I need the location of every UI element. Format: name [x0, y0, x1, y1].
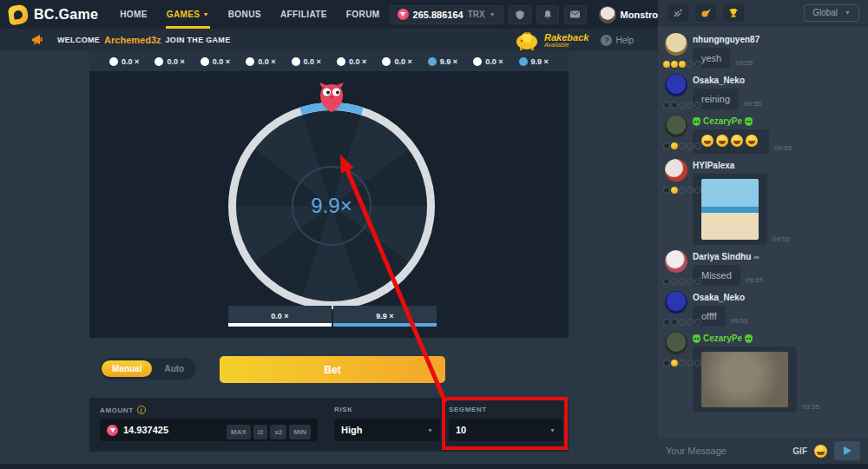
- emoji-picker-button[interactable]: [814, 445, 827, 458]
- chat-fire-button[interactable]: [694, 3, 717, 23]
- chat-username-text: HYIPalexa: [693, 161, 734, 170]
- message-timestamp: 09:55: [802, 403, 819, 413]
- chat-rain-button[interactable]: [667, 3, 689, 23]
- laughing-emoji-icon: [701, 135, 713, 147]
- chat-username-text: Osaka_Neko: [693, 293, 745, 302]
- bc-game-logo[interactable]: BC.Game: [0, 5, 110, 24]
- chevron-down-icon: ▼: [845, 10, 851, 16]
- dim-badge-icon: [687, 142, 694, 149]
- nav-link-bonus[interactable]: BONUS: [219, 0, 271, 29]
- bet-button[interactable]: Bet: [220, 356, 445, 383]
- chat-message: Osaka_Nekooffff09:55: [663, 291, 861, 327]
- dim-badge-icon: [679, 278, 686, 285]
- wheel-center-multiplier: 9.9×: [292, 166, 372, 246]
- chat-message-left: [663, 115, 693, 154]
- x2-button[interactable]: x2: [270, 425, 286, 439]
- balance-currency: TRX: [468, 10, 485, 19]
- vault-button[interactable]: [509, 5, 531, 24]
- user-badges: [663, 360, 715, 367]
- dark-badge-icon: [663, 278, 670, 285]
- segment-label: SEGMENT: [449, 406, 487, 413]
- owl-mascot-icon: [316, 83, 347, 112]
- legend-label: 0.0 ×: [271, 312, 288, 320]
- chat-username-text: nhungnguyen87: [693, 35, 760, 44]
- mail-icon: [569, 10, 581, 19]
- chat-message-body: nhungnguyen87yesh09:55: [693, 33, 861, 69]
- chat-message-body: CezaryPe09:55: [693, 115, 861, 154]
- user-badges: [663, 102, 715, 109]
- result-multiplier: 0.0 ×: [213, 57, 230, 66]
- trx-coin-icon: [107, 425, 118, 436]
- dim-badge-icon: [694, 360, 701, 367]
- dark-badge-icon: [663, 187, 670, 194]
- chat-message-input[interactable]: Your Message: [666, 446, 786, 456]
- rakeback-label: Rakeback: [544, 33, 589, 42]
- dark-badge-icon: [663, 102, 670, 109]
- messages-button[interactable]: [564, 5, 587, 24]
- history-chip: 9.9 ×: [519, 57, 549, 66]
- result-dot: [473, 57, 482, 66]
- laughing-emoji-icon: [746, 135, 758, 147]
- amount-quick-buttons: MAX/2x2MIN: [224, 422, 311, 438]
- dim-badge-icon: [694, 61, 701, 68]
- chat-message-row: offff09:55: [693, 306, 861, 327]
- result-dot: [155, 57, 163, 66]
- half2-button[interactable]: /2: [253, 425, 268, 439]
- footer-strip: [0, 464, 868, 469]
- dim-badge-icon: [694, 102, 701, 109]
- result-dot: [246, 57, 254, 66]
- auto-mode-button[interactable]: Auto: [154, 360, 194, 377]
- wheel: 9.9×: [228, 102, 435, 309]
- history-chip: 0.0 ×: [473, 57, 503, 66]
- chat-message-row: 09:55: [693, 174, 861, 245]
- manual-mode-button[interactable]: Manual: [102, 360, 152, 377]
- nav-link-games[interactable]: GAMES▼: [157, 0, 219, 29]
- result-multiplier: 0.0 ×: [122, 57, 139, 66]
- piggy-bank-icon: [515, 30, 541, 50]
- nav-link-forum[interactable]: FORUM: [337, 0, 390, 29]
- alien-icon: [745, 117, 753, 126]
- chat-message-left: [663, 33, 693, 69]
- nav-link-home[interactable]: HOME: [110, 0, 157, 29]
- rakeback-promo[interactable]: Rakeback Available: [515, 30, 589, 50]
- dim-badge-icon: [694, 187, 701, 194]
- legend-item: 9.9 ×: [333, 306, 437, 327]
- dim-badge-icon: [671, 278, 678, 285]
- rakeback-sublabel: Available: [544, 42, 589, 48]
- history-chip: 0.0 ×: [155, 57, 184, 66]
- legend-label: 9.9 ×: [376, 312, 393, 320]
- result-multiplier: 9.9 ×: [531, 57, 549, 66]
- chat-room-select[interactable]: Global ▼: [804, 4, 859, 22]
- dim-badge-icon: [687, 319, 694, 326]
- avatar: [665, 291, 687, 314]
- user-badges: [663, 187, 715, 194]
- min-button[interactable]: MIN: [289, 425, 311, 439]
- risk-select[interactable]: High ▼: [334, 419, 440, 441]
- welcome-banner[interactable]: WELCOME Archemed3z JOIN THE GAME Rakebac…: [0, 29, 658, 51]
- max-button[interactable]: MAX: [227, 425, 251, 439]
- chat-sidebar: nhungnguyen87yesh09:55Osaka_Nekoreining0…: [658, 0, 868, 469]
- alien-icon: [745, 334, 753, 343]
- balance-selector[interactable]: 265.886164 TRX ▼: [390, 5, 503, 24]
- dim-badge-icon: [687, 360, 694, 367]
- balance-amount: 265.886164: [413, 10, 464, 20]
- amount-input[interactable]: 14.937425 MAX/2x2MIN: [100, 419, 318, 441]
- help-button[interactable]: ? Help: [601, 35, 634, 46]
- gif-button[interactable]: GIF: [792, 446, 807, 456]
- history-chip: 0.0 ×: [337, 57, 366, 66]
- message-timestamp: 09:55: [731, 317, 748, 327]
- segment-select[interactable]: 10 ▼: [449, 419, 562, 441]
- info-icon[interactable]: i: [137, 406, 146, 414]
- chat-username: CezaryPe: [693, 334, 861, 343]
- message-timestamp: 09:55: [773, 235, 790, 245]
- gold-badge-icon: [663, 61, 670, 68]
- result-multiplier: 9.9 ×: [440, 57, 457, 66]
- notifications-button[interactable]: [536, 5, 559, 24]
- chat-leaderboard-button[interactable]: [722, 3, 745, 23]
- main-nav: HOMEGAMES▼BONUSAFFILIATEFORUM: [110, 0, 389, 29]
- nav-link-label: HOME: [120, 10, 148, 19]
- bc-game-logo-text: BC.Game: [34, 7, 98, 23]
- nav-link-affiliate[interactable]: AFFILIATE: [271, 0, 337, 29]
- chat-message-body: HYIPalexa09:55: [693, 159, 861, 245]
- send-message-button[interactable]: [834, 441, 860, 460]
